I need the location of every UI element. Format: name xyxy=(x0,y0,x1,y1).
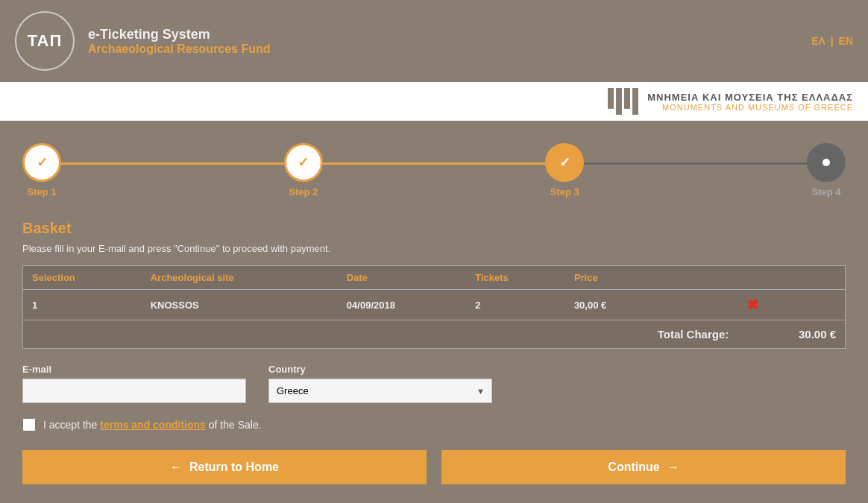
col-bar-4 xyxy=(632,88,638,115)
app-title: e-Ticketing System xyxy=(88,27,271,42)
cell-selection: 1 xyxy=(23,290,142,320)
terms-link[interactable]: terms and conditions xyxy=(100,419,206,431)
steps-container: ✓ Step 1 ✓ Step 2 ✓ Step 3 Step 4 xyxy=(22,143,846,197)
return-label: Return to Home xyxy=(189,461,279,474)
col-date: Date xyxy=(338,266,466,290)
col-action xyxy=(738,266,845,290)
step-2-wrapper: ✓ Step 2 xyxy=(284,143,323,197)
language-switcher: ΕΛ | EN xyxy=(811,35,853,47)
total-charge-value: 30.00 € xyxy=(738,320,845,349)
banner-columns-icon xyxy=(608,88,638,115)
step-2-check-icon: ✓ xyxy=(298,154,309,171)
terms-label-after: of the Sale. xyxy=(206,419,262,431)
basket-table: Selection Archeological site Date Ticket… xyxy=(22,265,846,349)
white-banner: ΜΝΗΜΕΙΑ ΚΑΙ ΜΟΥΣΕΙΑ ΤΗΣ ΕΛΛΑΔΑΣ MONUMENT… xyxy=(0,82,868,121)
total-charge-label: Total Charge: xyxy=(565,320,738,349)
step-3-label: Step 3 xyxy=(550,186,579,197)
step-3-circle: ✓ xyxy=(545,143,584,182)
step-3-wrapper: ✓ Step 3 xyxy=(545,143,584,197)
cell-site: KNOSSOS xyxy=(142,290,338,320)
table-row: 1 KNOSSOS 04/09/2018 2 30,00 € ✖ xyxy=(23,290,846,320)
col-bar-2 xyxy=(616,88,622,115)
col-site: Archeological site xyxy=(142,266,338,290)
banner-text: ΜΝΗΜΕΙΑ ΚΑΙ ΜΟΥΣΕΙΑ ΤΗΣ ΕΛΛΑΔΑΣ MONUMENT… xyxy=(647,92,853,112)
terms-label-before: I accept the xyxy=(43,419,100,431)
basket-instruction: Please fill in your E-mail and press "Co… xyxy=(22,243,846,254)
email-group: E-mail xyxy=(22,364,246,403)
step-1-check-icon: ✓ xyxy=(37,154,48,171)
col-tickets: Tickets xyxy=(466,266,565,290)
basket-title: Basket xyxy=(22,220,846,237)
cell-tickets: 2 xyxy=(466,290,565,320)
continue-button[interactable]: Continue → xyxy=(441,450,846,484)
email-label: E-mail xyxy=(22,364,246,375)
step-3-check-icon: ✓ xyxy=(559,154,570,171)
table-header-row: Selection Archeological site Date Ticket… xyxy=(23,266,846,290)
col-bar-3 xyxy=(624,88,630,109)
buttons-row: ← Return to Home Continue → xyxy=(22,450,846,484)
col-price: Price xyxy=(565,266,738,290)
step-4-dot-icon xyxy=(823,159,830,166)
terms-label: I accept the terms and conditions of the… xyxy=(43,419,262,431)
header: ΤΑΠ e-Ticketing System Archaeological Re… xyxy=(0,0,868,82)
terms-checkbox[interactable] xyxy=(22,418,36,431)
banner-line1: ΜΝΗΜΕΙΑ ΚΑΙ ΜΟΥΣΕΙΑ ΤΗΣ ΕΛΛΑΔΑΣ xyxy=(647,92,853,103)
lang-separator: | xyxy=(831,35,834,47)
step-4-label: Step 4 xyxy=(812,186,841,197)
step-1-label: Step 1 xyxy=(27,186,56,197)
app-subtitle: Archaeological Resources Fund xyxy=(88,42,271,56)
cell-delete[interactable]: ✖ xyxy=(738,290,845,320)
continue-label: Continue xyxy=(608,461,659,474)
return-home-button[interactable]: ← Return to Home xyxy=(22,450,427,484)
continue-arrow-icon: → xyxy=(667,461,679,474)
step-1-circle: ✓ xyxy=(22,143,61,182)
form-row: E-mail Country Greece Albania Bulgaria C… xyxy=(22,364,846,403)
header-text: e-Ticketing System Archaeological Resour… xyxy=(88,27,271,56)
banner-line2: MONUMENTS AND MUSEUMS OF GREECE xyxy=(647,103,853,112)
step-2-circle: ✓ xyxy=(284,143,323,182)
logo: ΤΑΠ xyxy=(15,11,75,71)
total-row: Total Charge: 30.00 € xyxy=(23,320,846,349)
step-4-wrapper: Step 4 xyxy=(807,143,846,197)
country-select[interactable]: Greece Albania Bulgaria Cyprus France Ge… xyxy=(268,379,492,403)
cell-date: 04/09/2018 xyxy=(338,290,466,320)
col-bar-1 xyxy=(608,88,614,109)
lang-en-link[interactable]: EN xyxy=(839,35,853,47)
column-icon xyxy=(608,88,638,115)
terms-checkbox-row: I accept the terms and conditions of the… xyxy=(22,418,846,431)
step-2-label: Step 2 xyxy=(289,186,318,197)
step-4-circle xyxy=(807,143,846,182)
step-1-wrapper: ✓ Step 1 xyxy=(22,143,61,197)
cell-price: 30,00 € xyxy=(565,290,738,320)
col-selection: Selection xyxy=(23,266,142,290)
total-label xyxy=(23,320,565,349)
country-select-wrapper: Greece Albania Bulgaria Cyprus France Ge… xyxy=(268,379,492,403)
country-label: Country xyxy=(268,364,492,375)
email-input[interactable] xyxy=(22,379,246,403)
header-left: ΤΑΠ e-Ticketing System Archaeological Re… xyxy=(15,11,271,71)
language-links: ΕΛ | EN xyxy=(811,35,853,47)
return-arrow-icon: ← xyxy=(170,461,182,474)
step-line-2 xyxy=(323,162,546,165)
main-content: ✓ Step 1 ✓ Step 2 ✓ Step 3 Step 4 Basket xyxy=(0,121,868,499)
lang-el-link[interactable]: ΕΛ xyxy=(811,35,825,47)
country-group: Country Greece Albania Bulgaria Cyprus F… xyxy=(268,364,492,403)
step-line-1 xyxy=(61,162,284,165)
delete-icon[interactable]: ✖ xyxy=(746,297,759,313)
step-line-3 xyxy=(584,162,807,165)
